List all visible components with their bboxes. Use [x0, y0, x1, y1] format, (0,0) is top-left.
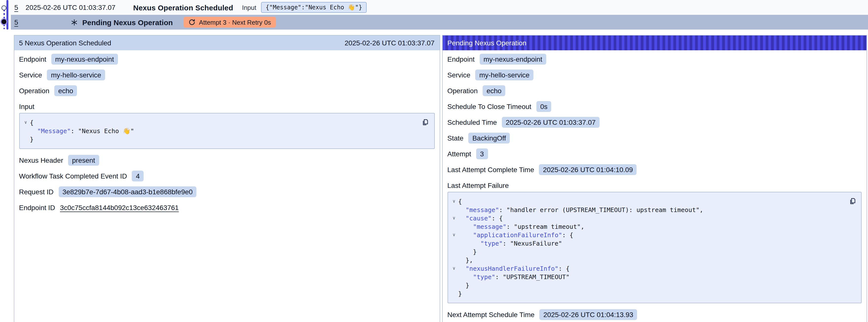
retry-icon [188, 19, 195, 26]
event-rows: 5 2025-02-26 UTC 01:03:37.07 Nexus Opera… [11, 0, 868, 30]
scheduled-event-detail-panel: 5 Nexus Operation Scheduled 2025-02-26 U… [13, 35, 440, 322]
event-timeline-gutter [0, 0, 11, 30]
event-id-link[interactable]: 5 [14, 18, 18, 26]
field-value-badge: 2025-02-26 UTC 01:04:10.09 [539, 164, 637, 175]
field-label: Service [447, 71, 470, 79]
field-value-badge: my-hello-service [475, 69, 533, 80]
collapse-chevron-icon[interactable]: ∨ [450, 197, 458, 205]
event-id-link[interactable]: 5 [14, 3, 18, 11]
detail-field-workflow-task-completed-event-id: Workflow Task Completed Event ID4 [19, 171, 434, 182]
detail-field-schedule-to-close-timeout: Schedule To Close Timeout0s [447, 101, 862, 112]
detail-field-endpoint-id: Endpoint ID3c0c75ccfa8144b092c13ce632463… [19, 202, 434, 213]
detail-field-next-attempt-schedule-time: Next Attempt Schedule Time2025-02-26 UTC… [447, 309, 862, 320]
field-label: Input [19, 103, 34, 110]
event-node-icon [1, 5, 6, 10]
code-line: } [450, 281, 844, 289]
code-gutter [450, 281, 458, 289]
code-line: "type": "UPSTREAM_TIMEOUT" [450, 273, 844, 281]
copy-icon[interactable] [848, 196, 857, 205]
code-line: "Message": "Nexus Echo 👋" [22, 127, 417, 135]
json-code-block: ∨{"Message": "Nexus Echo 👋"} [19, 113, 434, 149]
event-detail-panels: 5 Nexus Operation Scheduled 2025-02-26 U… [13, 35, 867, 322]
code-gutter [450, 256, 458, 264]
pending-operation-title: Pending Nexus Operation [83, 18, 173, 26]
detail-field-last-attempt-complete-time: Last Attempt Complete Time2025-02-26 UTC… [447, 164, 862, 175]
code-line: ∨{ [450, 197, 844, 205]
code-line: } [22, 135, 417, 143]
selected-event-node-icon [1, 19, 6, 24]
code-line: } [450, 289, 844, 298]
copy-icon[interactable] [421, 117, 430, 126]
json-code-block: ∨{"message": "handler error (UPSTREAM_TI… [447, 192, 862, 303]
field-value-link[interactable]: 3c0c75ccfa8144b092c13ce632463761 [60, 204, 179, 212]
field-value-badge: my-hello-service [47, 69, 105, 80]
panel-title: Pending Nexus Operation [447, 39, 527, 47]
timeline-active-bar-icon [6, 0, 8, 30]
workflow-event-history-view: 5 2025-02-26 UTC 01:03:37.07 Nexus Opera… [0, 0, 868, 322]
detail-field-nexus-header: Nexus Headerpresent [19, 155, 434, 166]
field-label: Operation [19, 87, 49, 95]
code-line: "message": "upstream timeout", [450, 222, 844, 231]
field-label: Nexus Header [19, 156, 63, 164]
code-gutter [450, 248, 458, 256]
field-label: Endpoint [447, 55, 475, 63]
detail-field-scheduled-time: Scheduled Time2025-02-26 UTC 01:03:37.07 [447, 117, 862, 128]
code-line: "type": "NexusFailure" [450, 239, 844, 248]
collapse-chevron-icon[interactable]: ∨ [450, 214, 458, 222]
field-label: Endpoint ID [19, 204, 55, 212]
input-label: Input [242, 4, 256, 11]
field-value-badge: 3 [476, 149, 488, 159]
field-label: Request ID [19, 188, 54, 196]
collapse-chevron-icon[interactable]: ∨ [450, 231, 458, 239]
pending-asterisk-icon [70, 19, 78, 26]
detail-field-endpoint: Endpointmy-nexus-endpoint [19, 54, 434, 65]
detail-field-input: Input [19, 101, 434, 112]
detail-field-endpoint: Endpointmy-nexus-endpoint [447, 54, 862, 65]
field-value-badge: 2025-02-26 UTC 01:03:37.07 [502, 117, 599, 128]
panel-title: 5 Nexus Operation Scheduled [19, 39, 111, 47]
code-gutter [450, 273, 458, 281]
detail-field-request-id: Request ID3e829b7e-7d67-4b08-aad3-b1e868… [19, 186, 434, 197]
field-label: Operation [447, 87, 478, 95]
field-label: Last Attempt Complete Time [447, 166, 534, 173]
scheduled-panel-body: Endpointmy-nexus-endpointServicemy-hello… [14, 50, 439, 213]
code-line: } [450, 248, 844, 256]
field-label: Service [19, 71, 42, 79]
field-label: Scheduled Time [447, 118, 497, 126]
retry-badge-label: Attempt 3 · Next Retry 0s [199, 19, 271, 26]
detail-field-service: Servicemy-hello-service [447, 69, 862, 80]
event-row-pending-nexus-operation[interactable]: 5 Pending Nexus Operation Attempt 3 · Ne… [11, 15, 868, 30]
pending-panel-body: Endpointmy-nexus-endpointServicemy-hello… [442, 50, 867, 320]
code-gutter [450, 239, 458, 248]
code-gutter [450, 205, 458, 214]
field-value-badge: 3e829b7e-7d67-4b08-aad3-b1e868bfe9e0 [59, 186, 197, 197]
input-preview-chip[interactable]: {"Message":"Nexus Echo 👋"} [261, 2, 367, 13]
field-value-badge: 4 [132, 171, 144, 182]
detail-field-operation: Operationecho [447, 85, 862, 96]
field-value-badge: echo [54, 85, 77, 96]
field-label: Next Attempt Schedule Time [447, 311, 534, 319]
field-value-badge: 0s [536, 101, 552, 112]
code-line: ∨"applicationFailureInfo": { [450, 231, 844, 239]
detail-field-last-attempt-failure: Last Attempt Failure [447, 180, 862, 191]
code-line: ∨"nexusHandlerFailureInfo": { [450, 264, 844, 273]
code-line: ∨{ [22, 118, 417, 127]
retry-attempt-badge: Attempt 3 · Next Retry 0s [184, 17, 276, 28]
field-value-badge: my-nexus-endpoint [479, 54, 546, 65]
field-label: Schedule To Close Timeout [447, 103, 531, 110]
field-value-badge: echo [483, 85, 505, 96]
field-value-badge: 2025-02-26 UTC 01:04:13.93 [539, 309, 637, 320]
detail-field-attempt: Attempt3 [447, 149, 862, 159]
code-gutter [450, 222, 458, 231]
collapse-chevron-icon[interactable]: ∨ [450, 264, 458, 273]
code-line: }, [450, 256, 844, 264]
field-value-badge: my-nexus-endpoint [51, 54, 118, 65]
field-label: State [447, 134, 463, 142]
field-label: Endpoint [19, 55, 46, 63]
collapse-chevron-icon[interactable]: ∨ [22, 118, 30, 127]
code-line: "message": "handler error (UPSTREAM_TIME… [450, 205, 844, 214]
code-gutter [450, 289, 458, 298]
code-gutter [22, 135, 30, 143]
event-row-nexus-operation-scheduled[interactable]: 5 2025-02-26 UTC 01:03:37.07 Nexus Opera… [11, 0, 868, 15]
scheduled-panel-header: 5 Nexus Operation Scheduled 2025-02-26 U… [14, 35, 439, 50]
